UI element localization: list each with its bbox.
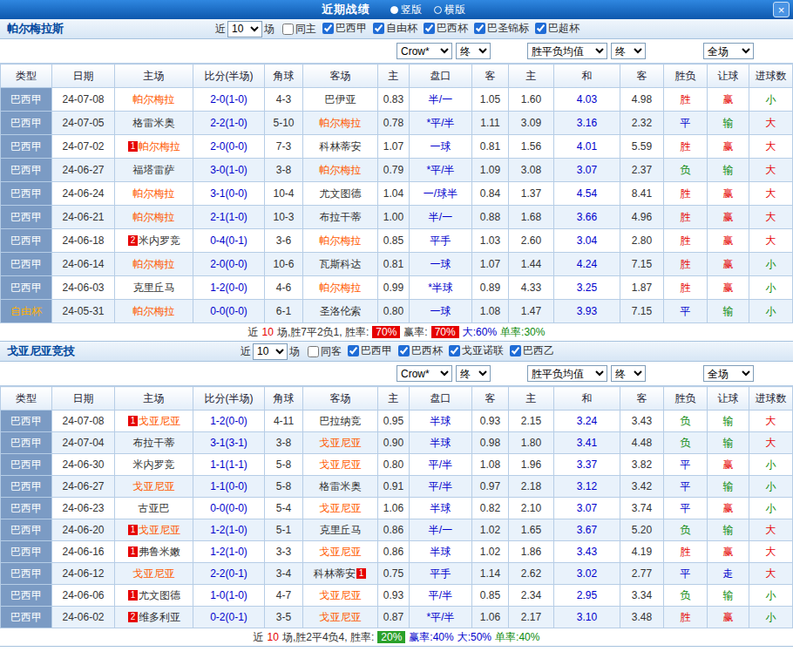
cell-date: 24-06-27	[52, 159, 115, 182]
league-checkbox[interactable]: 巴西甲	[322, 21, 367, 36]
bookmaker-select[interactable]: Crow*	[396, 43, 452, 59]
league-checkbox[interactable]: 戈亚诺联	[449, 343, 504, 358]
cell-date: 24-06-21	[52, 206, 115, 229]
cell-home-team: 1戈亚尼亚	[115, 519, 193, 541]
league-checkbox-input[interactable]	[424, 23, 435, 34]
cell-asia-home-odds: 0.78	[378, 112, 410, 135]
same-venue-checkbox-input[interactable]	[282, 24, 294, 35]
cell-result: 胜	[664, 135, 708, 159]
cell-corner: 5-4	[265, 498, 303, 519]
cell-handicap-result: 赢	[708, 135, 749, 159]
cell-asia-home-odds: 0.93	[378, 585, 410, 607]
europe-odds-controls: 胜平负均值 终	[509, 43, 664, 59]
league-checkbox-input[interactable]	[322, 23, 334, 34]
europe-odds-type-select[interactable]: 胜平负均值	[527, 43, 607, 59]
bookmaker-select[interactable]: Crow*	[396, 365, 452, 382]
cell-type: 巴西甲	[1, 585, 52, 607]
cell-score: 1-0(1-0)	[193, 585, 265, 607]
cell-europe-home-odds: 2.15	[509, 411, 554, 432]
league-checkboxes: 巴西甲巴西杯戈亚诺联巴西乙	[342, 343, 554, 359]
team-name: 戈亚尼亚	[139, 415, 180, 427]
cell-score: 3-1(3-1)	[193, 432, 265, 454]
cell-handicap: *平/半	[410, 607, 472, 628]
cell-date: 24-06-14	[52, 253, 115, 276]
home-team-panel: 帕尔梅拉斯 近 10 场 同主 巴西甲自由杯巴西杯巴圣锦标巴超杯 Crow*	[0, 19, 793, 342]
summary-segment: 10	[268, 631, 279, 643]
cell-europe-home-odds: 1.56	[509, 135, 554, 159]
games-label: 场	[289, 344, 300, 359]
league-checkbox-input[interactable]	[449, 345, 460, 356]
cell-type: 巴西甲	[1, 432, 52, 454]
league-checkbox[interactable]: 巴西甲	[348, 343, 392, 358]
league-checkbox-input[interactable]	[373, 23, 384, 34]
cell-asia-home-odds: 0.85	[378, 229, 410, 253]
layout-radio-vertical[interactable]: 竖版	[390, 3, 422, 17]
cell-europe-away-odds: 3.82	[620, 454, 664, 476]
cell-handicap: 一/球半	[410, 182, 472, 206]
recent-count-select[interactable]: 10	[253, 343, 288, 360]
cell-handicap-result: 赢	[708, 182, 749, 206]
team-name: 尤文图德	[139, 589, 180, 601]
league-checkbox-input[interactable]	[474, 23, 485, 34]
rank-badge: 2	[128, 612, 138, 622]
cell-corner: 3-3	[265, 541, 303, 563]
league-label: 巴西乙	[523, 343, 554, 358]
cell-goals: 大	[749, 159, 793, 182]
column-header-type: 类型	[1, 387, 52, 411]
scope-select[interactable]: 全场	[703, 365, 754, 382]
same-venue-checkbox[interactable]: 同客	[308, 344, 342, 359]
cell-corner: 5-8	[265, 476, 303, 498]
league-checkbox[interactable]: 自由杯	[373, 21, 417, 36]
cell-corner: 5-8	[265, 454, 303, 476]
league-checkbox-input[interactable]	[398, 345, 410, 356]
league-checkbox[interactable]: 巴超杯	[535, 21, 580, 36]
league-label: 巴西杯	[411, 343, 443, 358]
cell-asia-home-odds: 0.95	[378, 411, 410, 432]
league-checkbox[interactable]: 巴圣锦标	[474, 21, 529, 36]
team-name: 科林蒂安	[320, 140, 362, 153]
cell-score: 2-2(0-1)	[193, 563, 265, 585]
cell-result: 胜	[664, 182, 708, 206]
team-name: 尤文图德	[320, 187, 362, 200]
scope-select[interactable]: 全场	[703, 43, 754, 59]
europe-odds-time-select[interactable]: 终	[611, 365, 646, 382]
cell-europe-home-odds: 2.34	[509, 585, 554, 607]
asia-odds-time-select[interactable]: 终	[456, 365, 491, 382]
cell-result: 负	[664, 432, 708, 454]
league-checkbox-input[interactable]	[535, 23, 546, 34]
cell-result: 胜	[664, 253, 708, 276]
europe-odds-type-select[interactable]: 胜平负均值	[527, 365, 607, 382]
matches-table: 类型日期主场比分(半场)角球客场主盘口客主和客胜负让球进球数 巴西甲24-07-…	[0, 386, 793, 628]
team-name: 帕尔梅拉	[133, 187, 175, 200]
cell-handicap: 一球	[410, 135, 472, 159]
league-checkbox-input[interactable]	[348, 345, 359, 356]
team-name: 福塔雷萨	[133, 164, 175, 176]
league-checkbox[interactable]: 巴西乙	[510, 343, 554, 358]
same-venue-checkbox[interactable]: 同主	[282, 22, 316, 37]
league-checkbox[interactable]: 巴西杯	[398, 343, 443, 358]
cell-goals: 小	[749, 498, 793, 519]
filters-bar: 近 10 场 同主 巴西甲自由杯巴西杯巴圣锦标巴超杯	[214, 21, 580, 37]
team-name: 帕尔梅拉	[133, 211, 175, 223]
away-team-panel: 戈亚尼亚竞技 近 10 场 同客 巴西甲巴西杯戈亚诺联巴西乙 Crow*	[0, 342, 793, 647]
cell-result: 负	[664, 585, 708, 607]
league-checkbox-input[interactable]	[510, 345, 521, 356]
league-checkbox[interactable]: 巴西杯	[424, 21, 468, 36]
cell-europe-home-odds: 1.60	[509, 88, 554, 112]
cell-score: 1-2(0-0)	[193, 276, 265, 300]
same-venue-checkbox-input[interactable]	[308, 346, 319, 357]
match-row: 巴西甲24-07-08帕尔梅拉2-0(1-0)4-3巴伊亚0.83半/一1.05…	[1, 88, 793, 112]
cell-goals: 大	[749, 206, 793, 229]
close-button[interactable]: ×	[773, 2, 790, 17]
asia-odds-time-select[interactable]: 终	[456, 43, 491, 59]
layout-radio-horizontal[interactable]: 横版	[434, 3, 465, 17]
matches-table: 类型日期主场比分(半场)角球客场主盘口客主和客胜负让球进球数 巴西甲24-07-…	[0, 64, 793, 323]
cell-away-team: 帕尔梅拉	[303, 159, 378, 182]
recent-count-select[interactable]: 10	[227, 21, 262, 37]
match-row: 巴西甲24-07-021帕尔梅拉2-0(0-0)7-3科林蒂安1.07一球0.8…	[1, 135, 793, 159]
cell-home-team: 1戈亚尼亚	[115, 411, 193, 432]
odds-controls-row: Crow* 终 胜平负均值 终 全场	[0, 39, 793, 64]
cell-handicap-result: 赢	[708, 229, 749, 253]
table-head: 类型日期主场比分(半场)角球客场主盘口客主和客胜负让球进球数	[1, 387, 793, 411]
europe-odds-time-select[interactable]: 终	[611, 43, 646, 59]
